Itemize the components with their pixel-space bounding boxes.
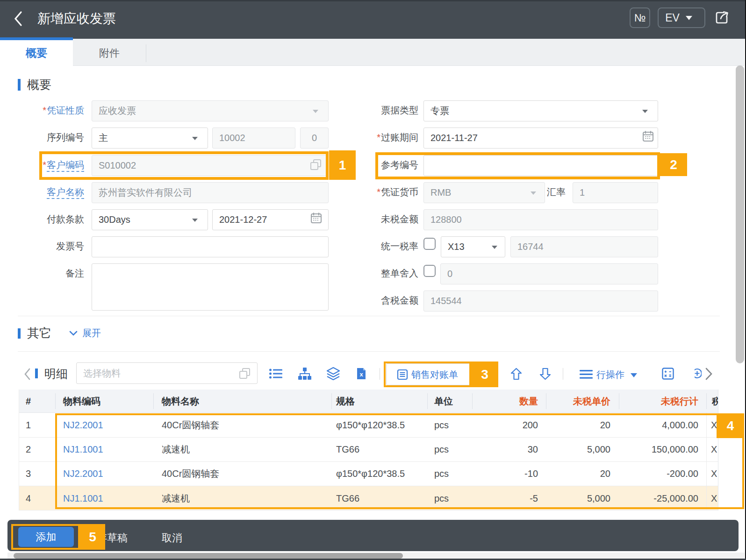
svg-text:x: x bbox=[359, 371, 363, 378]
